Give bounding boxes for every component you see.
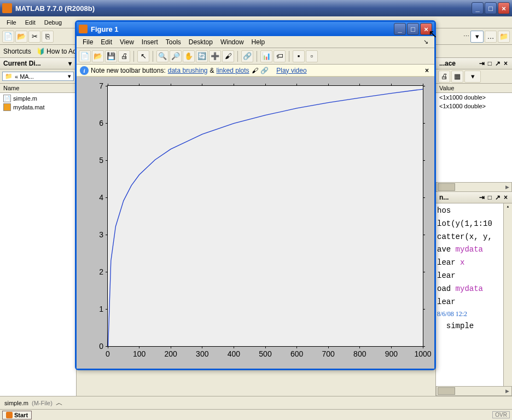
curdir-dropdown[interactable]: 📁 « MA... ▾ [2,72,74,81]
matlab-logo-small-icon [6,412,13,418]
menu-edit[interactable]: Edit [21,18,40,27]
new-file-icon[interactable]: 📄 [2,31,14,43]
xtick-label: 500 [259,349,271,358]
menu-file[interactable]: File [2,18,21,27]
panel-max-icon[interactable]: ↗ [494,60,502,67]
cmdhist-line[interactable]: oad mydata [437,283,511,296]
print-icon[interactable]: 🖨 [118,50,130,62]
cmdhist-vscrollbar[interactable] [503,203,512,386]
fmenu-edit[interactable]: Edit [97,37,116,47]
hide-tools-icon[interactable]: ▪ [293,50,305,62]
cmdhist-line[interactable]: simple [437,320,511,333]
shortcuts-label: Shortcuts [3,48,31,55]
cmdhist-title: n... [439,194,449,201]
ws-print-icon[interactable]: 🖨 [438,71,450,83]
recent-file-bar[interactable]: simple.m (M-File) ︿ [0,396,512,409]
cmdhist-hscrollbar[interactable] [436,386,512,396]
open-folder-icon[interactable]: 📂 [15,31,27,43]
curdir-title: Current Di... [3,60,41,67]
panel-close-icon[interactable]: × [503,194,509,201]
mfile-icon: 📄 [3,95,11,102]
panel-close-icon[interactable]: × [503,60,509,67]
cmdhist-line[interactable]: ave mydata [437,243,511,256]
save-icon[interactable]: 💾 [105,50,117,62]
cmdhist-line[interactable]: lear [437,270,511,283]
ws-plot-dropdown[interactable]: ▾ [464,71,481,83]
show-tools-icon[interactable]: ▫ [306,50,318,62]
data-cursor-icon[interactable]: ➕ [209,50,221,62]
cmdhist-timestamp: 8/6/08 12:2 [437,308,511,319]
linked-plots-link[interactable]: linked plots [217,67,249,74]
panel-ctl[interactable]: ▾ [67,60,73,67]
ytick-label: 3 [99,230,103,239]
play-video-link[interactable]: Play video [276,67,306,74]
figure-window[interactable]: Figure 1 _ □ × File Edit View Insert Too… [75,20,436,370]
main-maximize-button[interactable]: □ [485,2,497,14]
menu-debug[interactable]: Debug [40,18,66,27]
pointer-icon[interactable]: ↖ [137,50,149,62]
cmdhist-line[interactable]: hos [437,205,511,218]
figure-close-button[interactable]: × [420,23,432,35]
pan-icon[interactable]: ✋ [183,50,195,62]
infobar-close-icon[interactable]: × [423,67,431,74]
brush-icon[interactable]: 🖌 [222,50,234,62]
ws-stack-icon[interactable]: ▦ [451,71,463,83]
cmdhist-line[interactable]: lear x [437,256,511,270]
ws-value-header: Value [436,84,512,93]
ws-var-row[interactable]: <1x1000 double> [436,93,512,102]
panel-undock-icon[interactable]: ⇥ [478,60,486,67]
open-icon[interactable]: 📂 [92,50,104,62]
fmenu-window[interactable]: Window [217,37,248,47]
data-brushing-link[interactable]: data brushing [168,67,208,74]
zoom-in-icon[interactable]: 🔍 [156,50,168,62]
fmenu-file[interactable]: File [79,37,97,47]
main-minimize-button[interactable]: _ [472,2,484,14]
legend-icon[interactable]: 🏷 [274,50,286,62]
file-item[interactable]: mydata.mat [1,103,75,112]
panel-max-icon[interactable]: ↗ [494,194,502,201]
curdir-name-header: Name [0,83,76,93]
cmdhist-line[interactable]: catter(x, y, [437,231,511,244]
ws-var-row[interactable]: <1x1000 double> [436,102,512,110]
main-close-button[interactable]: × [498,2,510,14]
shortcuts-howto-link[interactable]: 🔰 How to Add [37,48,80,55]
browse-button[interactable]: … [485,31,497,43]
zoom-out-icon[interactable]: 🔎 [170,50,182,62]
axes[interactable]: 0123456701002003004005006007008009001000 [107,85,423,347]
start-bar: Start OVR [0,409,512,420]
fmenu-help[interactable]: Help [248,37,269,47]
xtick-label: 800 [353,349,366,358]
figure-infobar: i Note new toolbar buttons: data brushin… [77,65,434,77]
figure-dock-icon[interactable]: ↘ [420,37,432,46]
link-plot-icon[interactable]: 🔗 [241,50,253,62]
matlab-logo-icon [2,3,12,13]
fmenu-view[interactable]: View [116,37,138,47]
up-folder-icon[interactable]: 📁 [498,31,510,43]
copy-icon[interactable]: ⎘ [42,31,54,43]
curdir-field[interactable]: ⋯ [463,33,469,40]
workspace-title: ...ace [439,60,456,67]
panel-min-icon[interactable]: □ [487,60,493,67]
colorbar-icon[interactable]: 📊 [260,50,272,62]
start-button[interactable]: Start [2,411,32,419]
new-figure-icon[interactable]: 📄 [79,50,91,62]
cmdhist-line[interactable]: lear [437,296,511,309]
file-item[interactable]: 📄 simple.m [1,94,75,103]
fmenu-tools[interactable]: Tools [162,37,185,47]
figure-minimize-button[interactable]: _ [394,23,406,35]
fmenu-desktop[interactable]: Desktop [185,37,217,47]
figure-maximize-button[interactable]: □ [407,23,419,35]
panel-undock-icon[interactable]: ⇥ [478,194,486,201]
ytick-label: 5 [99,156,103,165]
command-history-list[interactable]: hoslot(y(1,1:10catter(x, y,ave mydatalea… [436,203,512,386]
cut-icon[interactable]: ✂ [28,31,40,43]
cmdhist-line[interactable]: lot(y(1,1:10 [437,218,511,231]
expand-icon[interactable]: ︿ [56,398,63,408]
xtick-label: 400 [228,349,240,358]
recent-file-type: (M-File) [32,400,53,406]
panel-min-icon[interactable]: □ [487,194,493,201]
rotate3d-icon[interactable]: 🔄 [196,50,208,62]
figure-titlebar[interactable]: Figure 1 _ □ × [77,22,434,36]
fmenu-insert[interactable]: Insert [138,37,162,47]
ws-hscrollbar[interactable] [436,182,512,192]
